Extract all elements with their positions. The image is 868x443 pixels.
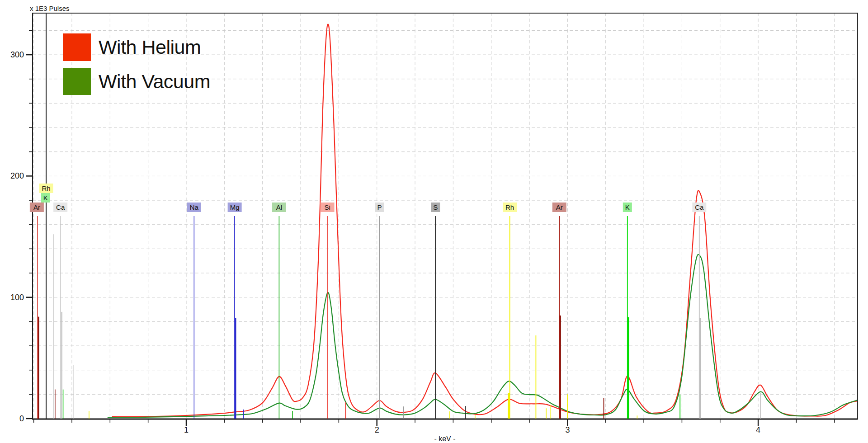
x-tick-label: 4 xyxy=(756,425,760,434)
x-tick-label: 1 xyxy=(184,425,189,434)
element-label-text: P xyxy=(377,203,382,211)
element-label-ar-0.216: Ar xyxy=(30,203,44,212)
element-label-text: Si xyxy=(324,203,330,211)
element-label-text: Ca xyxy=(695,203,704,211)
element-label-rh-0.265: Rh xyxy=(39,184,53,193)
legend-label-vacuum: With Vacuum xyxy=(99,71,210,92)
element-label-text: S xyxy=(433,203,438,211)
element-label-text: K xyxy=(43,194,48,202)
element-label-text: K xyxy=(625,203,630,211)
element-label-text: Ar xyxy=(556,203,563,211)
element-label-text: Rh xyxy=(42,184,50,192)
element-label-ca-0.34: Ca xyxy=(53,203,67,212)
element-label-text: Rh xyxy=(505,203,514,211)
chart-background xyxy=(0,0,868,443)
element-label-text: Na xyxy=(190,203,199,211)
element-label-ar-2.957: Ar xyxy=(552,203,566,212)
y-tick-label: 200 xyxy=(10,171,24,180)
element-label-text: Mg xyxy=(230,203,240,211)
element-label-s-2.307: S xyxy=(431,203,440,212)
element-label-k-3.314: K xyxy=(623,203,632,212)
legend-swatch-vacuum xyxy=(63,68,91,95)
y-tick-label: 0 xyxy=(19,414,24,423)
y-tick-label: 300 xyxy=(10,50,24,59)
element-label-mg-1.254: Mg xyxy=(228,203,242,212)
element-label-si-1.74: Si xyxy=(321,203,335,212)
y-axis-title: x 1E3 Pulses xyxy=(30,5,70,12)
element-label-text: Al xyxy=(276,203,282,211)
spectrum-view: 12340100200300 RhKArCaNaMgAlSiPSRhArKCa … xyxy=(0,0,868,443)
element-label-p-2.014: P xyxy=(375,203,384,212)
element-label-al-1.487: Al xyxy=(272,203,286,212)
spectrum-chart: 12340100200300 RhKArCaNaMgAlSiPSRhArKCa … xyxy=(0,0,868,443)
element-label-rh-2.697: Rh xyxy=(503,203,517,212)
element-label-k-0.262: K xyxy=(41,193,50,203)
legend-swatch-helium xyxy=(63,33,91,61)
x-tick-label: 3 xyxy=(565,425,570,434)
x-tick-label: 2 xyxy=(375,425,379,434)
y-tick-label: 100 xyxy=(10,293,24,302)
element-label-text: Ca xyxy=(56,203,65,211)
element-label-text: Ar xyxy=(33,203,40,211)
element-label-ca-3.691: Ca xyxy=(692,203,706,212)
x-axis-title: - keV - xyxy=(434,435,455,443)
element-label-na-1.041: Na xyxy=(187,203,201,212)
legend-label-helium: With Helium xyxy=(99,36,201,58)
